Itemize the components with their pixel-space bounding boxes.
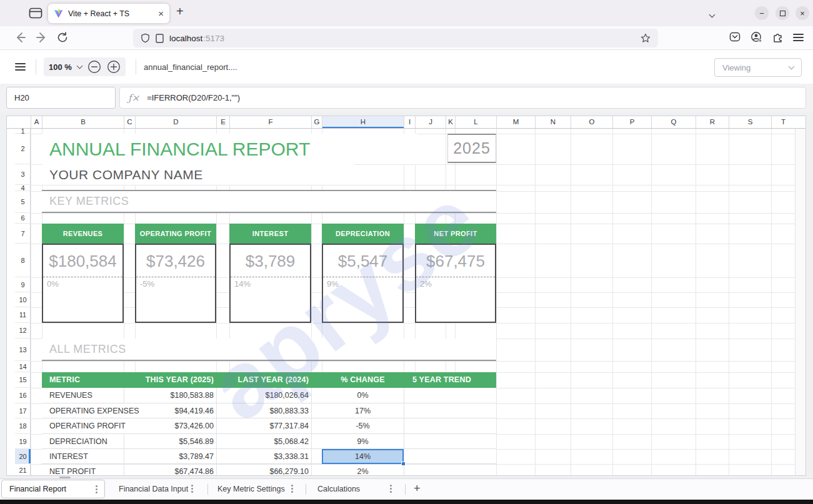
- row-header-3[interactable]: 3: [15, 164, 31, 185]
- row-header-10[interactable]: 10: [15, 292, 31, 307]
- spreadsheet[interactable]: ANNUAL FINANCIAL REPORT 2025 YOUR COMPAN…: [6, 116, 806, 476]
- cell-this-year[interactable]: $5,546.89: [126, 434, 216, 448]
- column-header-I[interactable]: I: [404, 116, 415, 128]
- url-bar[interactable]: localhost:5173: [133, 29, 658, 47]
- row-header-18[interactable]: 18: [15, 418, 31, 434]
- column-header-Q[interactable]: Q: [651, 116, 696, 128]
- row-header-8[interactable]: 8: [15, 244, 31, 277]
- view-mode-dropdown[interactable]: Viewing: [714, 58, 802, 77]
- row-header-9[interactable]: 9: [15, 277, 31, 292]
- zoom-level[interactable]: 100 %: [49, 62, 72, 72]
- horizontal-scrollbar[interactable]: [59, 477, 71, 478]
- browser-menu-icon[interactable]: [793, 34, 804, 41]
- column-header-E[interactable]: E: [216, 116, 229, 128]
- column-header-J[interactable]: J: [415, 116, 446, 128]
- row-header-15[interactable]: 15: [15, 372, 31, 388]
- row-header-2[interactable]: 2: [15, 134, 31, 164]
- zoom-out-button[interactable]: [87, 60, 101, 74]
- sheet-tab-financial-report[interactable]: Financial Report: [1, 480, 105, 498]
- row-header-17[interactable]: 17: [15, 403, 31, 418]
- row-header-5[interactable]: 5: [15, 191, 31, 213]
- cell-this-year[interactable]: $67,474.86: [126, 465, 216, 476]
- add-sheet-button[interactable]: +: [414, 482, 421, 495]
- tab-close-icon[interactable]: ×: [158, 9, 164, 18]
- account-icon[interactable]: [751, 31, 762, 43]
- column-header-M[interactable]: M: [496, 116, 535, 128]
- cell-change[interactable]: 17%: [322, 403, 404, 418]
- cell-change[interactable]: 2%: [322, 465, 404, 476]
- row-header-7[interactable]: 7: [15, 224, 31, 244]
- column-header-C[interactable]: C: [124, 116, 135, 128]
- column-header-O[interactable]: O: [571, 116, 612, 128]
- column-header-H[interactable]: H: [322, 116, 404, 128]
- column-header-N[interactable]: N: [535, 116, 571, 128]
- zoom-chevron-icon[interactable]: [76, 63, 82, 69]
- selected-cell-H20[interactable]: 14%: [322, 449, 404, 464]
- page-info-icon[interactable]: [156, 34, 164, 43]
- forward-button[interactable]: [36, 31, 48, 44]
- column-header-S[interactable]: S: [729, 116, 771, 128]
- cell-this-year[interactable]: $3,789.47: [126, 449, 216, 463]
- cell-this-year[interactable]: $73,426.00: [126, 418, 216, 433]
- row-header-4[interactable]: 4: [15, 185, 31, 191]
- cell-metric[interactable]: INTEREST: [42, 449, 92, 463]
- cell-change[interactable]: 0%: [322, 388, 404, 403]
- shield-icon[interactable]: [141, 33, 150, 43]
- row-header-6[interactable]: 6: [15, 213, 31, 224]
- row-header-20[interactable]: 20: [15, 449, 31, 464]
- cell-metric[interactable]: OPERATING PROFIT: [42, 418, 129, 433]
- column-header-T[interactable]: T: [771, 116, 795, 128]
- column-header-A[interactable]: A: [31, 116, 42, 128]
- row-header-14[interactable]: 14: [15, 361, 31, 372]
- new-tab-button[interactable]: +: [176, 4, 184, 19]
- cell-last-year[interactable]: $66,279.10: [219, 465, 311, 476]
- cell-last-year[interactable]: $5,068.42: [219, 434, 311, 448]
- list-all-tabs-button[interactable]: [710, 8, 714, 19]
- window-close-button[interactable]: ×: [796, 6, 809, 20]
- cell-last-year[interactable]: $80,883.33: [219, 403, 311, 418]
- column-header-R[interactable]: R: [696, 116, 729, 128]
- zoom-in-button[interactable]: [107, 60, 121, 74]
- cell-metric[interactable]: OPERATING EXPENSES: [42, 403, 143, 418]
- bookmark-star-icon[interactable]: [641, 33, 651, 43]
- row-header-11[interactable]: 11: [15, 307, 31, 323]
- row-header-21[interactable]: 21: [15, 464, 31, 476]
- sheet-tab-financial-data-input[interactable]: Financial Data Input: [119, 480, 188, 498]
- cell-reference-input[interactable]: H20: [6, 87, 116, 109]
- cell-change[interactable]: -5%: [322, 418, 404, 433]
- back-button[interactable]: [14, 31, 26, 44]
- sheet-tab-key-metric-settings[interactable]: Key Metric Settings: [217, 480, 285, 498]
- cell-metric[interactable]: NET PROFIT: [42, 465, 99, 476]
- column-header-D[interactable]: D: [135, 116, 216, 128]
- tab-menu-icon[interactable]: [96, 488, 97, 490]
- cell-last-year[interactable]: $3,338.31: [219, 449, 311, 463]
- cell-this-year[interactable]: $180,583.88: [126, 388, 216, 403]
- column-header-P[interactable]: P: [612, 116, 651, 128]
- tab-menu-icon[interactable]: [390, 488, 392, 490]
- row-header-13[interactable]: 13: [15, 338, 31, 361]
- column-header-G[interactable]: G: [311, 116, 322, 128]
- extensions-puzzle-icon[interactable]: [772, 31, 784, 42]
- row-header-12[interactable]: 12: [15, 323, 31, 338]
- row-header-19[interactable]: 19: [15, 434, 31, 449]
- cell-change[interactable]: 9%: [322, 434, 404, 448]
- column-header-K[interactable]: K: [446, 116, 455, 128]
- pocket-icon[interactable]: [729, 31, 741, 42]
- app-menu-icon[interactable]: [15, 63, 26, 71]
- window-maximize-button[interactable]: [776, 6, 789, 20]
- column-header-L[interactable]: L: [455, 116, 496, 128]
- row-header-16[interactable]: 16: [15, 388, 31, 403]
- sheet-tab-calculations[interactable]: Calculations: [317, 480, 360, 498]
- tab-menu-icon[interactable]: [291, 488, 293, 490]
- browser-tab[interactable]: Vite + React + TS ×: [48, 4, 169, 23]
- formula-input[interactable]: ƒ× =IFERROR(D20/F20-1,""): [119, 87, 806, 109]
- window-minimize-button[interactable]: −: [755, 6, 769, 20]
- firefox-view-icon[interactable]: [29, 7, 42, 19]
- column-header-F[interactable]: F: [229, 116, 311, 128]
- cell-metric[interactable]: REVENUES: [42, 388, 96, 403]
- reload-button[interactable]: [57, 32, 68, 43]
- vertical-scrollbar[interactable]: [795, 129, 806, 475]
- cell-last-year[interactable]: $180,026.64: [219, 388, 311, 403]
- tab-menu-icon[interactable]: [191, 488, 193, 490]
- column-header-B[interactable]: B: [42, 116, 124, 128]
